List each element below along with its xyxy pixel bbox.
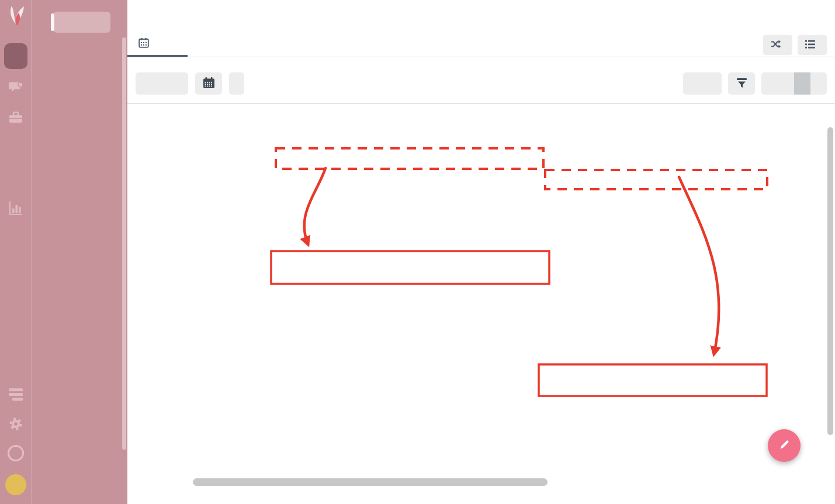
- today-button[interactable]: [229, 72, 244, 95]
- shift-schedule-app: [0, 0, 835, 504]
- shuffle-icon: [771, 40, 781, 50]
- filter-button[interactable]: [728, 72, 755, 95]
- tab-shift[interactable]: [138, 37, 153, 50]
- toolbar: [127, 58, 835, 103]
- filter-funnel-icon: [736, 78, 747, 90]
- view-week[interactable]: [810, 72, 827, 95]
- rows-list-icon[interactable]: [8, 386, 23, 401]
- list-icon: [805, 40, 815, 50]
- edit-fab-button[interactable]: [768, 429, 801, 462]
- calendar-icon: [138, 37, 149, 50]
- view-day-horizontal[interactable]: [794, 72, 810, 95]
- view-switcher: [761, 72, 827, 95]
- employee-panel-scrollbar[interactable]: [122, 37, 126, 450]
- app-logo-hummingbird-icon[interactable]: [4, 4, 27, 29]
- calendar-picker-icon: [203, 77, 215, 91]
- main-content: [127, 0, 835, 504]
- briefcase-icon[interactable]: [8, 110, 23, 126]
- calendar-picker-button[interactable]: [195, 72, 222, 95]
- pencil-icon: [777, 438, 791, 454]
- admin-button[interactable]: [5, 474, 26, 495]
- vertical-scrollbar[interactable]: [827, 127, 833, 435]
- horizontal-scrollbar[interactable]: [193, 478, 548, 486]
- view-list[interactable]: [761, 72, 778, 95]
- help-icon[interactable]: [8, 445, 24, 461]
- chat-icon[interactable]: [8, 80, 23, 95]
- tab-bar: [127, 35, 835, 57]
- zoom-group: [683, 72, 722, 95]
- left-nav-rail: [0, 0, 32, 504]
- gear-icon[interactable]: [8, 416, 23, 432]
- employee-panel: [32, 0, 127, 504]
- nav-item-jisseki[interactable]: [4, 43, 27, 69]
- active-tab-indicator: [127, 55, 188, 57]
- date-nav-group: [136, 72, 188, 95]
- adjusting-list-button[interactable]: [798, 35, 827, 55]
- employee-filter-button[interactable]: [53, 12, 110, 33]
- undecided-services-button[interactable]: [763, 35, 792, 55]
- bar-chart-icon[interactable]: [8, 200, 23, 215]
- view-day[interactable]: [778, 72, 794, 95]
- schedule-grid: [127, 103, 835, 504]
